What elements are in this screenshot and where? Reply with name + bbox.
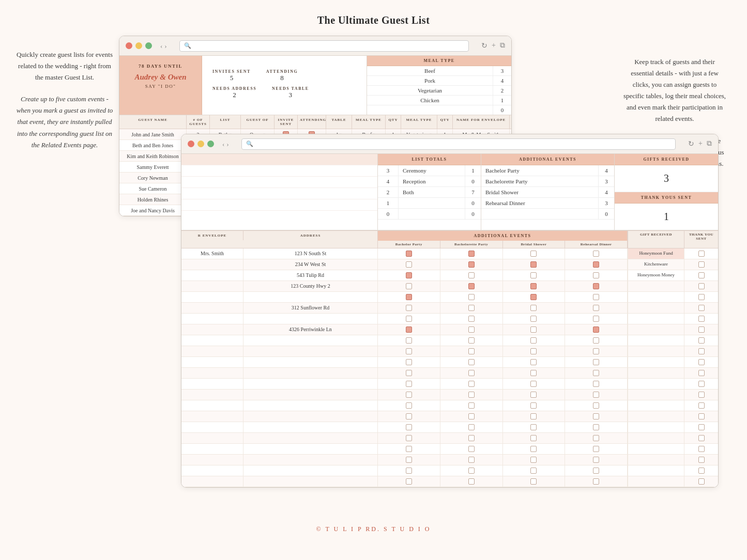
empty-header-left: R ENVELOPE ADDRESS <box>181 231 378 248</box>
refresh-icon-2[interactable]: ↻ <box>688 139 694 148</box>
btd-gift-3: Honeymoon Money <box>628 270 684 281</box>
cb-bridal-2[interactable] <box>530 261 537 268</box>
ae-val-4: 3 <box>599 198 614 208</box>
lt-num-4: 1 <box>378 198 399 208</box>
btd-bridal-2[interactable] <box>503 259 566 270</box>
th-thank-you-sent: THANK YOU SENT <box>684 231 718 248</box>
cb-thank-3[interactable] <box>698 272 705 278</box>
cb-bachelor-2[interactable] <box>406 261 412 268</box>
empty-bottom-row-8 <box>181 422 718 433</box>
gifts-thank-yous-panel: GIFTS RECEIVED 3 THANK YOUS SENT 1 <box>615 154 718 230</box>
gifts-received-value: 3 <box>615 165 718 192</box>
plus-icon-1[interactable]: + <box>492 41 496 50</box>
cb-rehearsal-2[interactable] <box>593 261 599 268</box>
meal-type-header: MEAL TYPE <box>367 56 511 66</box>
th-invite-sent: INVITE SENT <box>275 115 298 129</box>
btd-thank-2[interactable] <box>684 259 718 270</box>
close-button-2[interactable] <box>188 141 194 147</box>
ae-row-1: Bachelor Party 4 <box>481 165 614 176</box>
search-bar-2[interactable]: 🔍 <box>241 138 676 150</box>
cb-bridal-1[interactable] <box>530 251 537 257</box>
btd-thank-1[interactable] <box>684 248 718 259</box>
forward-arrow-2[interactable]: › <box>226 140 228 148</box>
ae-row-2: Bachelorette Party 3 <box>481 176 614 187</box>
left-text-para1: Quickly create guest lists for events re… <box>16 49 114 83</box>
btd-bachelorette-1[interactable] <box>440 248 503 259</box>
window-actions-1: ↻ + ⧉ <box>481 41 505 50</box>
btd-gift-2: Kitchenware <box>628 259 684 270</box>
back-arrow-2[interactable]: ‹ <box>222 140 224 148</box>
btd-envelope-3 <box>181 270 243 281</box>
btd-bachelor-1[interactable] <box>378 248 440 259</box>
btd-bachelorette-3[interactable] <box>440 270 503 281</box>
cb-bachelorette-1[interactable] <box>468 251 475 257</box>
window-chrome-1: ‹ › 🔍 ↻ + ⧉ <box>119 36 511 56</box>
lt-num-1: 3 <box>378 165 399 176</box>
attending-label: ATTENDING <box>266 69 298 74</box>
ae-sub-headers: Bachelor Party Bachelorette Party Bridal… <box>378 241 627 248</box>
close-button-1[interactable] <box>126 42 132 49</box>
cb-bridal-3[interactable] <box>530 272 537 278</box>
plus-icon-2[interactable]: + <box>698 139 703 148</box>
copy-icon-1[interactable]: ⧉ <box>500 41 505 50</box>
minimize-button-2[interactable] <box>197 141 204 147</box>
cb-rehearsal-1[interactable] <box>593 251 599 257</box>
needs-address-label: NEEDS ADDRESS <box>212 86 256 91</box>
stats-row-2: NEEDS ADDRESS 2 NEEDS TABLE 3 <box>212 86 356 99</box>
panels-section: LIST TOTALS 3 Ceremony 1 4 Reception 0 <box>181 154 718 230</box>
right-text-para1: Keep track of guests and their essential… <box>623 56 726 125</box>
th-rehearsal: Rehearsal Dinner <box>565 241 627 248</box>
invites-sent-stat: INVITES SENT 5 <box>212 69 251 82</box>
bottom-data-section: Mrs. Smith 123 N South St Honeymoon Fund <box>181 248 718 487</box>
meal-count-beef: 3 <box>493 66 511 75</box>
invites-sent-value: 5 <box>212 74 251 82</box>
cb-bachelorette-3[interactable] <box>468 272 475 278</box>
cb-rehearsal-3[interactable] <box>593 272 599 278</box>
th-bachelorette: Bachelorette Party <box>440 241 503 248</box>
btd-bachelor-2[interactable] <box>378 259 440 270</box>
meal-count-vegetarian: 2 <box>493 86 511 95</box>
meal-name-vegetarian: Vegetarian <box>367 86 493 95</box>
ae-val-1: 4 <box>599 165 614 176</box>
maximize-button-2[interactable] <box>207 141 214 147</box>
search-bar-1[interactable]: 🔍 <box>179 40 469 52</box>
empty-bottom-row-9 <box>181 433 718 444</box>
ae-row-4: Rehearsal Dinner 3 <box>481 198 614 209</box>
lt-num-5: 0 <box>378 209 399 219</box>
maximize-button-1[interactable] <box>145 42 152 49</box>
btd-address-4: 123 County Hwy 2 <box>243 281 378 291</box>
btd-bachelor-3[interactable] <box>378 270 440 281</box>
ae-row-3: Bridal Shower 4 <box>481 187 614 198</box>
cb-bachelor-3[interactable] <box>406 272 412 278</box>
summary-section: 78 DAYS UNTIL Audrey & Owen SAY "I DO" I… <box>119 56 511 115</box>
copy-icon-2[interactable]: ⧉ <box>707 139 712 148</box>
meal-count-pork: 4 <box>493 76 511 85</box>
btd-bridal-3[interactable] <box>503 270 566 281</box>
cb-thank-1[interactable] <box>698 251 705 257</box>
btd-address-3: 543 Tulip Rd <box>243 270 378 281</box>
btd-address-1: 123 N South St <box>243 248 378 259</box>
btd-bridal-1[interactable] <box>503 248 566 259</box>
cb-bachelor-1[interactable] <box>406 251 412 257</box>
ae-name-1: Bachelor Party <box>481 165 599 176</box>
forward-arrow-1[interactable]: › <box>164 42 166 50</box>
lt-name-4 <box>399 198 465 208</box>
minimize-button-1[interactable] <box>135 42 142 49</box>
refresh-icon-1[interactable]: ↻ <box>481 41 487 50</box>
btd-address-2: 234 W West St <box>243 259 378 270</box>
empty-bottom-row-5 <box>181 390 718 400</box>
spreadsheet-window-2: ‹ › 🔍 ↻ + ⧉ <box>181 134 719 488</box>
needs-table-label: NEEDS TABLE <box>272 86 309 91</box>
th-num-guests: # OF GUESTS <box>187 115 210 129</box>
btd-rehearsal-2[interactable] <box>565 259 627 270</box>
ae-name-4: Rehearsal Dinner <box>481 198 599 208</box>
btd-thank-3[interactable] <box>684 270 718 281</box>
cb-thank-2[interactable] <box>698 261 705 268</box>
back-arrow-1[interactable]: ‹ <box>160 42 162 50</box>
btd-bachelorette-2[interactable] <box>440 259 503 270</box>
btd-rehearsal-1[interactable] <box>565 248 627 259</box>
cb-bachelorette-2[interactable] <box>468 261 475 268</box>
btd-rehearsal-3[interactable] <box>565 270 627 281</box>
summary-stats: INVITES SENT 5 ATTENDING 8 NEE <box>202 56 367 115</box>
empty-bottom-row-1 <box>181 346 718 357</box>
